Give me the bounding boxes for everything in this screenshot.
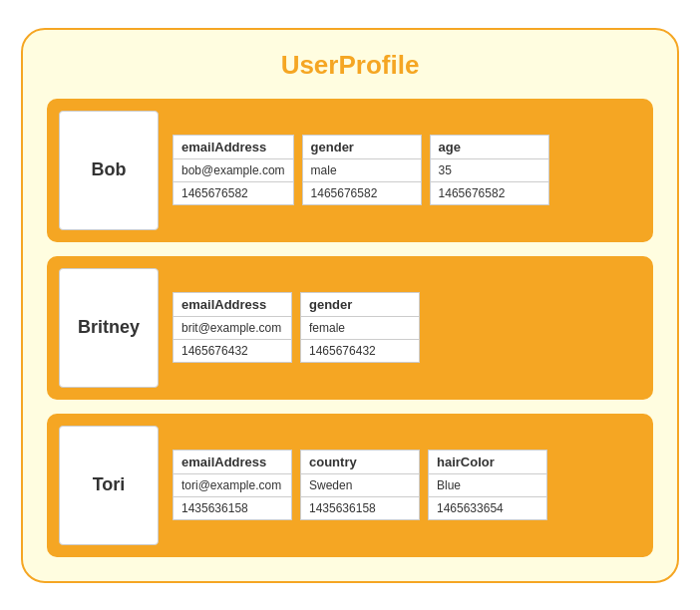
users-container: BobemailAddressbob@example.com1465676582… [47, 99, 653, 557]
field-column-britney-emailAddress: emailAddressbrit@example.com1465676432 [173, 292, 292, 363]
fields-area-tori: emailAddresstori@example.com1435636158co… [173, 450, 641, 520]
field-timestamp-tori-hairColor: 1465633654 [428, 497, 547, 520]
outer-container: UserProfile BobemailAddressbob@example.c… [21, 28, 679, 583]
avatar-bob: Bob [59, 111, 159, 230]
user-card-tori: ToriemailAddresstori@example.com14356361… [47, 414, 653, 557]
field-header-tori-emailAddress: emailAddress [173, 450, 292, 474]
field-header-bob-age: age [430, 135, 549, 159]
field-timestamp-bob-gender: 1465676582 [302, 182, 422, 205]
field-column-tori-country: countrySweden1435636158 [300, 450, 420, 520]
field-timestamp-bob-emailAddress: 1465676582 [173, 182, 294, 205]
field-column-bob-emailAddress: emailAddressbob@example.com1465676582 [173, 135, 294, 205]
field-column-bob-gender: gendermale1465676582 [302, 135, 422, 205]
field-timestamp-tori-emailAddress: 1435636158 [173, 497, 292, 520]
field-header-britney-gender: gender [300, 292, 420, 317]
field-header-tori-country: country [300, 450, 420, 474]
fields-area-bob: emailAddressbob@example.com1465676582gen… [173, 135, 641, 205]
field-header-tori-hairColor: hairColor [428, 450, 547, 474]
avatar-britney: Britney [59, 268, 159, 388]
field-value-tori-hairColor: Blue [428, 474, 547, 497]
field-timestamp-bob-age: 1465676582 [430, 182, 549, 205]
page-title: UserProfile [47, 50, 653, 81]
field-timestamp-britney-gender: 1465676432 [300, 340, 420, 363]
field-header-bob-emailAddress: emailAddress [173, 135, 294, 159]
field-column-bob-age: age351465676582 [430, 135, 549, 205]
field-header-bob-gender: gender [302, 135, 422, 159]
field-value-britney-gender: female [300, 317, 420, 340]
field-value-tori-emailAddress: tori@example.com [173, 474, 292, 497]
user-card-britney: BritneyemailAddressbrit@example.com14656… [47, 256, 653, 400]
fields-area-britney: emailAddressbrit@example.com1465676432ge… [173, 292, 641, 363]
avatar-tori: Tori [59, 426, 159, 545]
field-value-bob-age: 35 [430, 159, 549, 182]
field-column-tori-emailAddress: emailAddresstori@example.com1435636158 [173, 450, 292, 520]
field-value-bob-gender: male [302, 159, 422, 182]
field-value-britney-emailAddress: brit@example.com [173, 317, 292, 340]
field-column-britney-gender: genderfemale1465676432 [300, 292, 420, 363]
user-card-bob: BobemailAddressbob@example.com1465676582… [47, 99, 653, 242]
field-value-tori-country: Sweden [300, 474, 420, 497]
field-header-britney-emailAddress: emailAddress [173, 292, 292, 317]
field-value-bob-emailAddress: bob@example.com [173, 159, 294, 182]
field-timestamp-britney-emailAddress: 1465676432 [173, 340, 292, 363]
field-timestamp-tori-country: 1435636158 [300, 497, 420, 520]
field-column-tori-hairColor: hairColorBlue1465633654 [428, 450, 547, 520]
